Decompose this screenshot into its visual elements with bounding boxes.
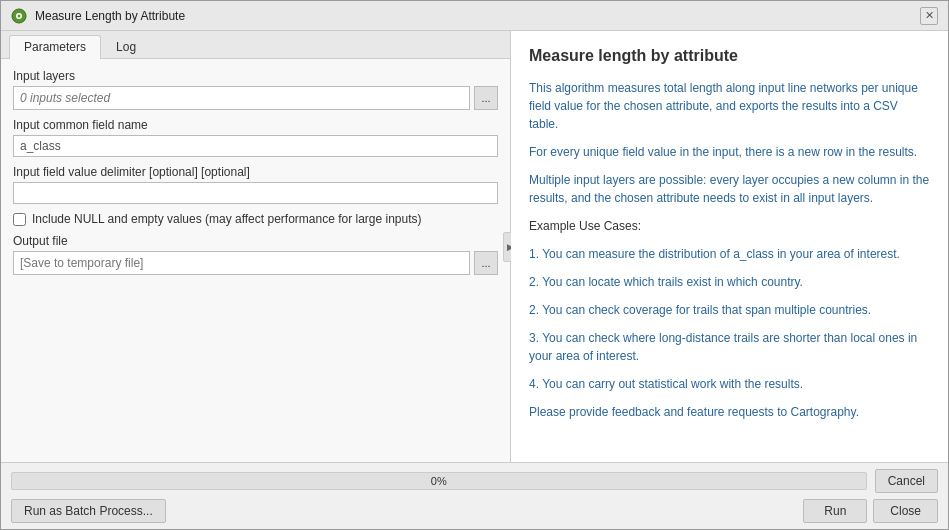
input-layers-field[interactable]: [13, 86, 470, 110]
common-field-input[interactable]: [13, 135, 498, 157]
progress-label: 0%: [12, 473, 866, 489]
output-file-row: ...: [13, 251, 498, 275]
null-values-row: Include NULL and empty values (may affec…: [13, 212, 498, 226]
null-values-checkbox[interactable]: [13, 213, 26, 226]
action-buttons: Run Close: [803, 499, 938, 523]
run-batch-button[interactable]: Run as Batch Process...: [11, 499, 166, 523]
bottom-bar: 0% Cancel Run as Batch Process... Run Cl…: [1, 462, 948, 529]
delimiter-label: Input field value delimiter [optional] […: [13, 165, 498, 179]
help-example3: 2. You can check coverage for trails tha…: [529, 301, 930, 319]
delimiter-group: Input field value delimiter [optional] […: [13, 165, 498, 204]
window-close-button[interactable]: ✕: [920, 7, 938, 25]
delimiter-input[interactable]: [13, 182, 498, 204]
help-example4: 3. You can check where long-distance tra…: [529, 329, 930, 365]
help-line3: Multiple input layers are possible: ever…: [529, 171, 930, 207]
common-field-label: Input common field name: [13, 118, 498, 132]
tab-parameters[interactable]: Parameters: [9, 35, 101, 59]
close-dialog-button[interactable]: Close: [873, 499, 938, 523]
help-title: Measure length by attribute: [529, 47, 930, 65]
qgis-icon: [11, 8, 27, 24]
output-file-browse-button[interactable]: ...: [474, 251, 498, 275]
input-layers-browse-button[interactable]: ...: [474, 86, 498, 110]
dialog-title: Measure Length by Attribute: [35, 9, 185, 23]
main-content: Parameters Log Input layers ... Input co…: [1, 31, 948, 462]
tab-bar: Parameters Log: [1, 31, 510, 59]
parameters-panel: Input layers ... Input common field name…: [1, 59, 510, 462]
tab-log[interactable]: Log: [101, 35, 151, 58]
help-example5: 4. You can carry out statistical work wi…: [529, 375, 930, 393]
dialog-window: Measure Length by Attribute ✕ Parameters…: [0, 0, 949, 530]
output-file-group: Output file ...: [13, 234, 498, 275]
input-layers-group: Input layers ...: [13, 69, 498, 110]
output-file-input[interactable]: [13, 251, 470, 275]
title-bar: Measure Length by Attribute ✕: [1, 1, 948, 31]
input-layers-label: Input layers: [13, 69, 498, 83]
help-example1: 1. You can measure the distribution of a…: [529, 245, 930, 263]
help-example2: 2. You can locate which trails exist in …: [529, 273, 930, 291]
cancel-button[interactable]: Cancel: [875, 469, 938, 493]
title-bar-left: Measure Length by Attribute: [11, 8, 185, 24]
run-button[interactable]: Run: [803, 499, 867, 523]
help-intro: This algorithm measures total length alo…: [529, 79, 930, 133]
output-file-label: Output file: [13, 234, 498, 248]
common-field-group: Input common field name: [13, 118, 498, 157]
help-panel: Measure length by attribute This algorit…: [511, 31, 948, 462]
input-layers-row: ...: [13, 86, 498, 110]
left-panel: Parameters Log Input layers ... Input co…: [1, 31, 511, 462]
help-line2: For every unique field value in the inpu…: [529, 143, 930, 161]
action-row: Run as Batch Process... Run Close: [11, 499, 938, 523]
progress-bar-container: 0%: [11, 472, 867, 490]
svg-point-2: [18, 14, 21, 17]
progress-row: 0% Cancel: [11, 469, 938, 493]
help-feedback: Please provide feedback and feature requ…: [529, 403, 930, 421]
help-example-title: Example Use Cases:: [529, 217, 930, 235]
null-values-label[interactable]: Include NULL and empty values (may affec…: [32, 212, 422, 226]
